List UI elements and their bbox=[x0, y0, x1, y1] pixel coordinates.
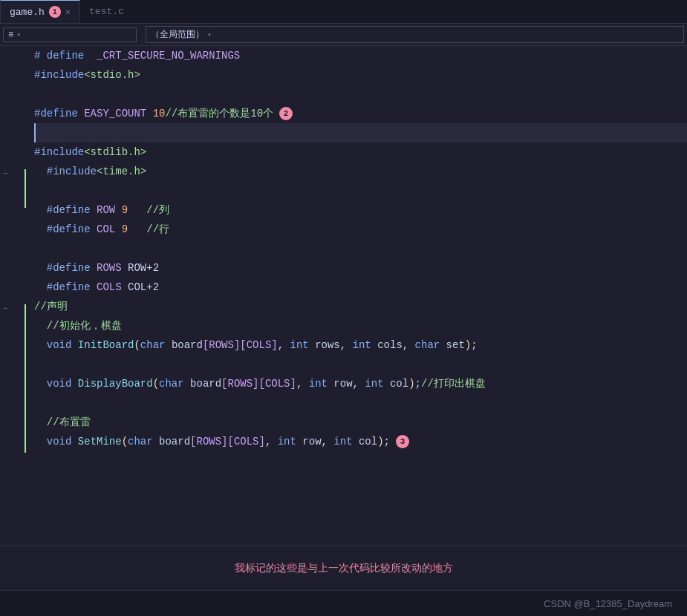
type-int-5: int bbox=[278, 432, 303, 451]
green-line-2 bbox=[25, 304, 26, 453]
cols-val: COL+2 bbox=[128, 278, 159, 297]
param-sep-2: , bbox=[296, 374, 309, 393]
green-line-1 bbox=[25, 169, 26, 208]
kw-include-1: #include bbox=[34, 65, 84, 85]
semi-1: ; bbox=[471, 335, 477, 355]
tab-game-h[interactable]: game.h 1 ✕ bbox=[0, 0, 80, 23]
semi-3: ; bbox=[384, 432, 390, 451]
type-char-4: char bbox=[128, 432, 159, 451]
indent-15 bbox=[34, 316, 47, 335]
code-line-21: void SetMine ( char board [ROWS][COLS] ,… bbox=[34, 432, 687, 451]
scope-left-icon: ≡ bbox=[8, 30, 13, 40]
param-sep-3: , bbox=[265, 432, 278, 451]
scope-right-dropdown[interactable]: （全局范围） ▾ bbox=[146, 26, 684, 43]
fn-initboard: InitBoard bbox=[78, 335, 134, 355]
indent-10 bbox=[34, 220, 47, 239]
kw-define-6: #define bbox=[47, 278, 97, 297]
type-void-1: void bbox=[47, 335, 78, 355]
macro-row: ROW bbox=[97, 200, 122, 220]
code-line-14: //声明 bbox=[34, 297, 687, 316]
type-int-4: int bbox=[365, 374, 390, 393]
scope-left-arrow: ▾ bbox=[16, 30, 21, 39]
code-line-1: # define _CRT_SECURE_NO_WARNINGS bbox=[34, 46, 687, 65]
str-stdlib: <stdlib.h> bbox=[84, 142, 146, 162]
code-line-10: #define COL 9 //行 bbox=[34, 220, 687, 239]
num-row: 9 bbox=[122, 200, 134, 220]
code-line-5 bbox=[34, 123, 687, 142]
kw-include-2: #include bbox=[34, 142, 84, 162]
code-line-2: #include<stdio.h> bbox=[34, 65, 687, 85]
tab-game-h-close[interactable]: ✕ bbox=[65, 7, 71, 18]
type-int-3: int bbox=[309, 374, 334, 393]
param-col-2: col bbox=[359, 432, 377, 451]
comment-display: //打印出棋盘 bbox=[421, 374, 486, 393]
left-bar bbox=[22, 46, 27, 545]
gutter: − − bbox=[0, 46, 22, 545]
code-line-9: #define ROW 9 //列 bbox=[34, 200, 687, 220]
comment-row: //列 bbox=[134, 200, 169, 220]
macro-crt: _CRT_SECURE_NO_WARNINGS bbox=[91, 46, 241, 65]
code-line-7: #include<time.h> bbox=[34, 162, 687, 181]
kw-define-5: #define bbox=[47, 258, 97, 278]
macro-rows: ROWS bbox=[97, 258, 128, 278]
macro-col: COL bbox=[97, 220, 122, 239]
tab-test-c[interactable]: test.c bbox=[80, 0, 133, 23]
paren-6: ) bbox=[377, 432, 383, 451]
type-char-2: char bbox=[415, 335, 446, 355]
annotation-bar: 我标记的这些是与上一次代码比较所改动的地方 bbox=[0, 545, 687, 590]
param-board-1: board bbox=[172, 335, 203, 355]
kw-define-4: #define bbox=[47, 220, 97, 239]
fn-setmine: SetMine bbox=[78, 432, 122, 451]
code-line-19 bbox=[34, 393, 687, 413]
comment-init: //初始化，棋盘 bbox=[47, 316, 122, 335]
scope-left-dropdown[interactable]: ≡ ▾ bbox=[3, 27, 137, 42]
fold-indicator-2[interactable]: − bbox=[3, 304, 8, 313]
code-line-20: //布置雷 bbox=[34, 413, 687, 432]
tab-game-h-label: game.h bbox=[10, 7, 45, 18]
footer: CSDN @B_12385_Daydream bbox=[0, 590, 687, 616]
indent-20 bbox=[34, 413, 47, 432]
comment-col: //行 bbox=[134, 220, 169, 239]
fn-displayboard: DisplayBoard bbox=[78, 374, 153, 393]
fold-indicator-1[interactable]: − bbox=[3, 169, 8, 178]
macro-cols: COLS bbox=[97, 278, 128, 297]
indent-13 bbox=[34, 278, 47, 297]
code-line-6: #include<stdlib.h> bbox=[34, 142, 687, 162]
str-time: <time.h> bbox=[97, 162, 146, 181]
param-row-1: row, bbox=[333, 374, 365, 393]
paren-1: ( bbox=[134, 335, 140, 355]
bracket-2: [ROWS][COLS] bbox=[221, 374, 296, 393]
type-char-3: char bbox=[159, 374, 190, 393]
code-line-11 bbox=[34, 239, 687, 258]
code-line-3 bbox=[34, 85, 687, 104]
kw-define-3: #define bbox=[47, 200, 97, 220]
indent-9 bbox=[34, 200, 47, 220]
indent-16 bbox=[34, 335, 47, 355]
indent-18 bbox=[34, 374, 47, 393]
code-content[interactable]: # define _CRT_SECURE_NO_WARNINGS #includ… bbox=[27, 46, 687, 545]
code-line-18: void DisplayBoard ( char board [ROWS][CO… bbox=[34, 374, 687, 393]
paren-2: ) bbox=[465, 335, 471, 355]
indent-12 bbox=[34, 258, 47, 278]
num-col: 9 bbox=[122, 220, 134, 239]
type-int-2: int bbox=[353, 335, 378, 355]
scope-center-text: （全局范围） bbox=[151, 28, 204, 41]
tab-game-h-badge: 1 bbox=[49, 6, 61, 18]
comment-setmine: //布置雷 bbox=[47, 413, 91, 432]
editor: − − # define _CRT_SECURE_NO_WARNINGS #in… bbox=[0, 46, 687, 545]
semi-2: ; bbox=[415, 374, 421, 393]
param-cols: cols, bbox=[377, 335, 414, 355]
badge-3: 3 bbox=[396, 435, 409, 448]
param-board-3: board bbox=[159, 432, 190, 451]
indent-7 bbox=[34, 162, 47, 181]
param-col-1: col bbox=[390, 374, 408, 393]
paren-4: ) bbox=[408, 374, 414, 393]
annotation-text: 我标记的这些是与上一次代码比较所改动的地方 bbox=[235, 562, 453, 575]
type-int-6: int bbox=[333, 432, 359, 451]
type-void-2: void bbox=[47, 374, 78, 393]
kw-include-3: #include bbox=[47, 162, 97, 181]
bracket-1: [ROWS][COLS] bbox=[203, 335, 278, 355]
param-row-2: row, bbox=[302, 432, 333, 451]
tab-bar: game.h 1 ✕ test.c bbox=[0, 0, 687, 24]
param-board-2: board bbox=[190, 374, 221, 393]
